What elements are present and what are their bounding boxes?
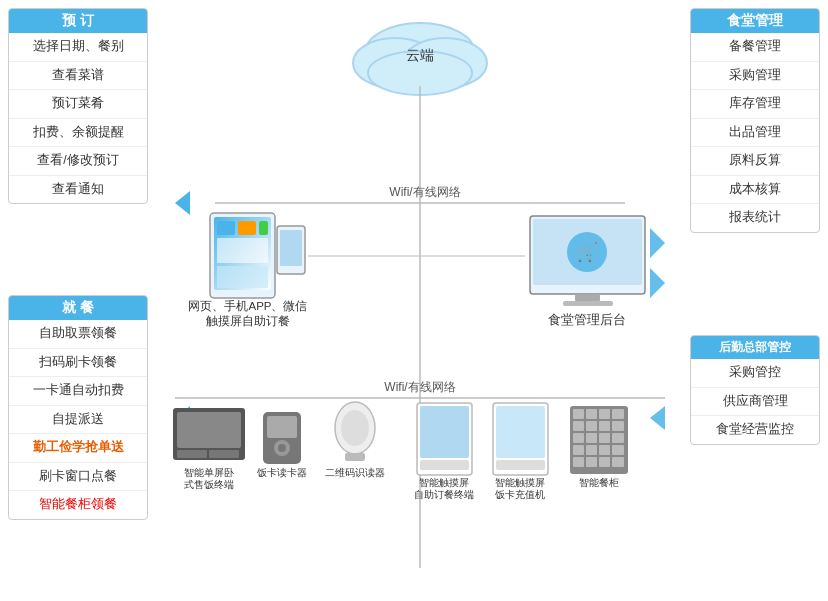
svg-marker-33 bbox=[650, 406, 665, 430]
svg-text:网页、手机APP、微信: 网页、手机APP、微信 bbox=[188, 299, 307, 312]
svg-rect-37 bbox=[209, 450, 239, 458]
preorder-item-5: 查看/修改预订 bbox=[9, 147, 147, 176]
svg-rect-14 bbox=[238, 221, 256, 235]
svg-rect-67 bbox=[612, 421, 624, 431]
logistics-header: 后勤总部管控 bbox=[691, 336, 819, 359]
svg-text:智能触摸屏: 智能触摸屏 bbox=[495, 477, 545, 488]
svg-rect-70 bbox=[599, 433, 610, 443]
svg-rect-35 bbox=[177, 412, 241, 448]
svg-rect-61 bbox=[586, 409, 597, 419]
dining-header: 就 餐 bbox=[9, 296, 147, 320]
svg-text:云端: 云端 bbox=[406, 47, 434, 63]
svg-rect-19 bbox=[280, 230, 302, 266]
preorder-item-6: 查看通知 bbox=[9, 176, 147, 204]
svg-rect-65 bbox=[586, 421, 597, 431]
svg-text:二维码识读器: 二维码识读器 bbox=[325, 467, 385, 478]
svg-text:Wifi/有线网络: Wifi/有线网络 bbox=[384, 380, 455, 394]
dining-item-7: 智能餐柜领餐 bbox=[9, 491, 147, 519]
dining-item-2: 扫码刷卡领餐 bbox=[9, 349, 147, 378]
svg-rect-63 bbox=[612, 409, 624, 419]
svg-text:式售饭终端: 式售饭终端 bbox=[184, 479, 234, 490]
logistics-item-3: 食堂经营监控 bbox=[691, 416, 819, 444]
svg-rect-62 bbox=[599, 409, 610, 419]
svg-rect-74 bbox=[599, 445, 610, 455]
dining-item-5: 勤工俭学抢单送 bbox=[9, 434, 147, 463]
svg-marker-8 bbox=[175, 191, 190, 215]
preorder-header: 预 订 bbox=[9, 9, 147, 33]
dining-item-1: 自助取票领餐 bbox=[9, 320, 147, 349]
svg-rect-15 bbox=[259, 221, 268, 235]
svg-rect-66 bbox=[599, 421, 610, 431]
preorder-item-2: 查看菜谱 bbox=[9, 62, 147, 91]
svg-rect-17 bbox=[217, 266, 268, 288]
dining-panel: 就 餐 自助取票领餐 扫码刷卡领餐 一卡通自动扣费 自提派送 勤工俭学抢单送 刷… bbox=[8, 295, 148, 532]
canteen-mgmt-header: 食堂管理 bbox=[691, 9, 819, 33]
canteen-item-5: 原料反算 bbox=[691, 147, 819, 176]
svg-rect-51 bbox=[420, 460, 469, 470]
preorder-panel: 预 订 选择日期、餐别 查看菜谱 预订菜肴 扣费、余额提醒 查看/修改预订 查看… bbox=[8, 8, 148, 216]
canteen-item-7: 报表统计 bbox=[691, 204, 819, 232]
svg-marker-31 bbox=[650, 268, 665, 298]
svg-rect-50 bbox=[420, 406, 469, 458]
preorder-item-3: 预订菜肴 bbox=[9, 90, 147, 119]
canteen-item-4: 出品管理 bbox=[691, 119, 819, 148]
svg-rect-73 bbox=[586, 445, 597, 455]
svg-text:触摸屏自助订餐: 触摸屏自助订餐 bbox=[206, 315, 290, 327]
svg-rect-25 bbox=[575, 294, 600, 302]
svg-point-43 bbox=[278, 444, 286, 452]
canteen-item-6: 成本核算 bbox=[691, 176, 819, 205]
svg-text:智能单屏卧: 智能单屏卧 bbox=[184, 467, 234, 478]
logistics-item-2: 供应商管理 bbox=[691, 388, 819, 417]
svg-rect-68 bbox=[573, 433, 584, 443]
preorder-item-4: 扣费、余额提醒 bbox=[9, 119, 147, 148]
svg-text:食堂管理后台: 食堂管理后台 bbox=[548, 312, 626, 327]
svg-rect-41 bbox=[267, 416, 297, 438]
main-container: 预 订 选择日期、餐别 查看菜谱 预订菜肴 扣费、余额提醒 查看/修改预订 查看… bbox=[0, 0, 828, 601]
center-diagram: 云端 Wifi/有线网络 Wifi/有线网络 网页、手机APP、微信 触摸屏自助… bbox=[155, 8, 685, 593]
logistics-item-1: 采购管控 bbox=[691, 359, 819, 388]
canteen-item-3: 库存管理 bbox=[691, 90, 819, 119]
svg-rect-36 bbox=[177, 450, 207, 458]
svg-rect-76 bbox=[573, 457, 584, 467]
canteen-mgmt-panel: 食堂管理 备餐管理 采购管理 库存管理 出品管理 原料反算 成本核算 报表统计 bbox=[690, 8, 820, 245]
svg-rect-26 bbox=[563, 301, 613, 306]
svg-rect-13 bbox=[217, 221, 235, 235]
svg-text:自助订餐终端: 自助订餐终端 bbox=[414, 489, 474, 500]
svg-rect-60 bbox=[573, 409, 584, 419]
svg-rect-79 bbox=[612, 457, 624, 467]
svg-text:饭卡充值机: 饭卡充值机 bbox=[494, 489, 545, 500]
svg-rect-47 bbox=[345, 453, 365, 461]
dining-item-6: 刷卡窗口点餐 bbox=[9, 463, 147, 492]
svg-text:饭卡读卡器: 饭卡读卡器 bbox=[256, 467, 307, 478]
svg-rect-55 bbox=[496, 406, 545, 458]
dining-item-4: 自提派送 bbox=[9, 406, 147, 435]
preorder-item-1: 选择日期、餐别 bbox=[9, 33, 147, 62]
svg-rect-69 bbox=[586, 433, 597, 443]
svg-rect-71 bbox=[612, 433, 624, 443]
svg-rect-64 bbox=[573, 421, 584, 431]
dining-item-3: 一卡通自动扣费 bbox=[9, 377, 147, 406]
svg-rect-16 bbox=[217, 238, 268, 263]
svg-point-46 bbox=[341, 410, 369, 446]
svg-text:智能触摸屏: 智能触摸屏 bbox=[419, 477, 469, 488]
svg-rect-72 bbox=[573, 445, 584, 455]
logistics-panel: 后勤总部管控 采购管控 供应商管理 食堂经营监控 bbox=[690, 335, 820, 457]
svg-rect-56 bbox=[496, 460, 545, 470]
svg-rect-77 bbox=[586, 457, 597, 467]
svg-text:Wifi/有线网络: Wifi/有线网络 bbox=[389, 185, 460, 199]
svg-marker-30 bbox=[650, 228, 665, 258]
svg-text:🛒: 🛒 bbox=[576, 241, 599, 263]
canteen-item-2: 采购管理 bbox=[691, 62, 819, 91]
svg-text:智能餐柜: 智能餐柜 bbox=[579, 477, 619, 488]
svg-rect-78 bbox=[599, 457, 610, 467]
canteen-item-1: 备餐管理 bbox=[691, 33, 819, 62]
svg-rect-75 bbox=[612, 445, 624, 455]
